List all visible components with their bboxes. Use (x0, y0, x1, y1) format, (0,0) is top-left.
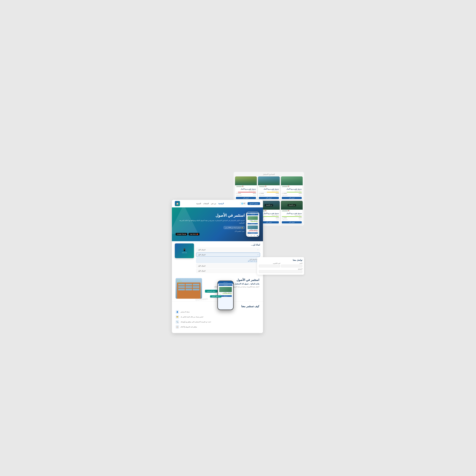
best-choice-badge: ✓ الاختيار الأفضل (210, 295, 221, 298)
amount-current: 16,000 (276, 193, 279, 194)
card-body: صندوق تطوير مربع الأعمال صندوق استثماري … (281, 188, 303, 200)
phone-tab-bar (247, 235, 259, 237)
hero-cta-button[interactable]: 🔒 استثمر ابتداء من 1000 ر.س (224, 226, 245, 229)
phone-mockup: مرحبا محمود الاستثمارات صندوق تطوير مربع… (246, 212, 259, 237)
label-current: المتبقي (276, 195, 279, 196)
fund-card: 📅 13/4/2024 صندوق تطوير مربع الأعمال صند… (258, 176, 280, 200)
app-store-button[interactable]: 🍎 App Store (188, 233, 200, 236)
window (186, 289, 192, 290)
tablet-mockup: 📱 بلدان المالية (175, 243, 194, 258)
step-icon: 🔍 (176, 320, 179, 324)
tab-dot (251, 235, 252, 236)
window (186, 284, 192, 286)
faq-answer: إجابة السؤال الأول الإجابة على السؤال ال… (196, 257, 260, 263)
fund-name: صندوق تطوير مربع الأعمال (282, 188, 302, 190)
label-current: المتبقي (253, 195, 256, 196)
why-section: لماذا بل... › السؤال الأول ‹ السؤال الأو… (172, 241, 263, 275)
fund-labels: المتبقي المبلغ المطلوب (259, 195, 279, 196)
faq-item-active[interactable]: ‹ السؤال الأول (196, 253, 260, 257)
contact-panel: تواصل معنا الاسم البريد الالكتروني الموض… (257, 257, 304, 275)
google-play-button[interactable]: ▶ Google Play (176, 233, 187, 236)
completed-badge: تم الاكتمال (265, 204, 273, 206)
window (193, 289, 199, 290)
subject-input[interactable] (259, 270, 302, 273)
fund-subtitle: صندوق استثماري (282, 190, 302, 191)
faq-question: السؤال الأول (198, 270, 205, 272)
faq-item[interactable]: › السؤال الأول (196, 269, 260, 273)
bottom-phone-header: مرحبا محمود (218, 281, 233, 284)
hero-phone: مرحبا محمود الاستثمارات صندوق تطوير مربع… (245, 212, 259, 237)
invest-button[interactable]: استثمر الآن (259, 197, 279, 199)
card-image (235, 176, 257, 185)
card-date-badge: 📅 13/4/2024 (282, 186, 290, 187)
label-current: المتبقي (276, 219, 279, 220)
label-required: المبلغ المطلوب (236, 195, 242, 196)
why-title: لماذا بل... (196, 243, 260, 246)
answer-text: إجابة السؤال الأول (198, 259, 258, 260)
fund-subtitle: صندوق استثماري (236, 190, 256, 191)
invest-button[interactable]: استثمر الآن (282, 197, 302, 199)
hero-description: المنصة الأولى للاستثمار في الصناديق الاس… (176, 219, 245, 224)
window (193, 286, 199, 288)
register-button[interactable]: سجل كمستثمر (205, 290, 218, 293)
contact-form: الاسم البريد الالكتروني الموضوع (259, 263, 302, 273)
logo-icon: 🏠 (175, 201, 180, 206)
nav-link-products[interactable]: المنتجات (203, 203, 209, 204)
window (193, 284, 199, 286)
completed-badge: تم الاكتمال (288, 204, 296, 206)
geo-decoration (176, 279, 184, 286)
card-image (281, 176, 303, 185)
how-step: سجل كا مستثمر 👤 (176, 310, 259, 314)
progress-bar (259, 192, 279, 192)
card-date: 📅 13/4/2024 (235, 185, 257, 188)
faq-item[interactable]: › السؤال الأول (196, 264, 260, 268)
login-button[interactable]: تسجيل الدخول (248, 202, 260, 205)
google-icon: ▶ (185, 234, 186, 235)
fund-amounts: 16,000 10,000 د.ن (236, 193, 256, 194)
email-input[interactable] (259, 265, 280, 267)
download-label: حمل التطبيق الآن (176, 231, 245, 232)
name-input[interactable] (281, 265, 302, 267)
tab-dot (257, 235, 258, 236)
hero-text: استثمر في الأصول المنصة الأولى للاستثمار… (176, 213, 245, 236)
progress-bar (282, 192, 302, 192)
how-steps: سجل كا مستثمر 👤 اشحن رصيدك من خلال البيا… (176, 310, 259, 329)
fund-name: صندوق تطوير مربع الأعمال (282, 213, 302, 214)
nav-link-home[interactable]: الرئيسية (218, 203, 224, 204)
subject-label: الموضوع (259, 268, 302, 270)
progress-fill (238, 192, 256, 192)
panel-title: الصناديق الاستثمار (235, 173, 303, 175)
nav-link-about[interactable]: من نحن (211, 203, 216, 204)
completed-overlay: تم الاكتمال (281, 201, 303, 210)
fund-subtitle: صندوق استثماري (259, 190, 279, 191)
name-label: الاسم (281, 263, 302, 264)
amount-current: 16,000 (276, 217, 279, 219)
step-icon: 📋 (176, 325, 179, 329)
language-switcher[interactable]: AR 🌐 (240, 202, 247, 205)
faq-list: › السؤال الأول ‹ السؤال الأول إجابة السؤ… (196, 248, 260, 273)
phone-header: مرحبا محمود (247, 212, 259, 213)
tab-dot (248, 235, 249, 236)
how-step: اشحن رصيدك من خلال البيان الخاص بك 💳 (176, 315, 259, 319)
subject-field: الموضوع (259, 268, 302, 273)
name-field: الاسم (281, 263, 302, 267)
label-required: المبلغ المطلوب (282, 219, 288, 220)
fund-card: 📅 13/4/2024 صندوق تطوير مربع الأعمال صند… (281, 176, 303, 200)
main-wrapper: الصناديق الاستثمار 📅 13/4/2024 صندوق تطو… (172, 172, 304, 304)
faq-item[interactable]: › السؤال الأول (196, 248, 260, 252)
fund-card: تم الاكتمال 📅 13/4/2024 صندوق تطوير مربع… (281, 201, 303, 224)
nav-link-blog[interactable]: المدونة (196, 203, 201, 204)
step-text: موافق على الشروط والأحكام (181, 326, 197, 328)
email-label: البريد الالكتروني (259, 263, 280, 264)
amount-required: 10,000 د.ن (282, 193, 287, 194)
bottom-phone-area: مرحبا محمود الاستثمارات صندوق تطوير مربع… (218, 281, 234, 310)
invest-button[interactable]: استثمر الآن (236, 197, 256, 199)
google-play-label: Google Play (177, 234, 184, 235)
invest-button[interactable]: استثمر الآن (282, 221, 302, 223)
progress-fill (267, 192, 279, 192)
card-body: صندوق تطوير مربع الأعمال صندوق استثماري … (235, 188, 257, 200)
step-text: اشحن رصيدك من خلال البيان الخاص بك (181, 316, 203, 318)
card-date: 📅 13/4/2024 (258, 185, 280, 188)
logo: 🏠 (175, 201, 180, 206)
card-body: صندوق تطوير مربع الأعمال صندوق استثماري … (258, 188, 280, 200)
